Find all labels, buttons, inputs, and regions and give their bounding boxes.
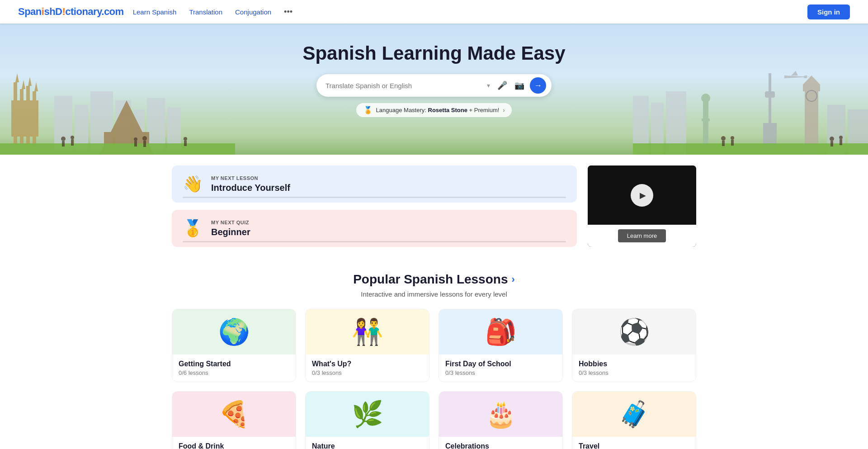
lesson-tile-title: Getting Started	[179, 360, 289, 368]
lesson-tile[interactable]: ⚽Hobbies0/3 lessons	[572, 309, 696, 382]
search-dropdown-button[interactable]: ▾	[485, 80, 492, 91]
promo-banner[interactable]: 🏅 Language Mastery: Rosetta Stone + Prem…	[356, 103, 512, 117]
lesson-progress-bar-container	[183, 197, 566, 198]
lesson-tile-info: Celebrations0/3 lessons	[439, 437, 562, 449]
lesson-tile-image: ⚽	[572, 309, 696, 354]
quiz-label: MY NEXT QUIZ	[211, 220, 250, 225]
camera-icon[interactable]: 📷	[513, 79, 526, 92]
navbar: SpanishD!ctionary.com Learn Spanish Tran…	[0, 0, 868, 24]
lesson-icon: 👋	[183, 175, 203, 194]
svg-rect-35	[702, 118, 710, 121]
section-chevron-icon: ›	[511, 274, 514, 285]
lesson-tile-image: 🧳	[572, 392, 696, 437]
lesson-tile-info: First Day of School0/3 lessons	[439, 354, 562, 382]
microphone-icon[interactable]: 🎤	[495, 79, 509, 92]
lesson-tile-title: What's Up?	[312, 360, 423, 368]
lesson-tile-image: 🎂	[439, 392, 562, 437]
lesson-tile-sub: 0/3 lessons	[312, 369, 423, 376]
lesson-tile-image: 👫	[306, 309, 429, 354]
lesson-tile-title: Celebrations	[445, 442, 556, 449]
lesson-tile[interactable]: 👫What's Up?0/3 lessons	[305, 309, 429, 382]
nav-learn-spanish[interactable]: Learn Spanish	[133, 8, 177, 16]
svg-point-52	[839, 136, 843, 139]
lesson-tile-image: 🍕	[172, 392, 296, 437]
search-go-button[interactable]: →	[530, 77, 546, 94]
quiz-card-text: MY NEXT QUIZ Beginner	[211, 220, 250, 237]
ad-footer: Learn more	[588, 225, 696, 247]
search-icon-group: ▾ 🎤 📷 →	[485, 77, 546, 94]
svg-point-25	[142, 136, 147, 141]
lesson-title: Introduce Yourself	[211, 183, 290, 193]
hero-section: Spanish Learning Made Easy ▾ 🎤 📷 → 🏅 Lan…	[0, 24, 868, 155]
svg-point-48	[731, 136, 734, 140]
search-input[interactable]	[326, 82, 485, 90]
hero-heading: Spanish Learning Made Easy	[0, 43, 868, 64]
hero-content: Spanish Learning Made Easy ▾ 🎤 📷 → 🏅 Lan…	[0, 24, 868, 117]
section-header: Popular Spanish Lessons ›	[172, 272, 696, 287]
nav-conjugation[interactable]: Conjugation	[235, 8, 271, 16]
lesson-tile[interactable]: 🧳Travel0/3 lessons	[572, 391, 696, 449]
svg-rect-45	[633, 143, 868, 155]
lesson-tile-title: First Day of School	[445, 360, 556, 368]
nav-links: Learn Spanish Translation Conjugation ••…	[133, 7, 292, 17]
quiz-title: Beginner	[211, 227, 250, 237]
lesson-tile-info: Hobbies0/3 lessons	[572, 354, 696, 382]
medal-icon: 🏅	[363, 106, 373, 114]
lesson-tile-image: 🎒	[439, 309, 562, 354]
lesson-tile-sub: 0/6 lessons	[179, 369, 289, 376]
play-button[interactable]	[631, 184, 653, 207]
svg-rect-49	[731, 140, 734, 146]
popular-lessons-section: Popular Spanish Lessons › Interactive an…	[163, 272, 705, 449]
lesson-tile-title: Travel	[579, 442, 689, 449]
svg-rect-26	[143, 141, 146, 147]
lesson-tile-info: What's Up?0/3 lessons	[306, 354, 429, 382]
learn-more-button[interactable]: Learn more	[618, 229, 666, 242]
svg-rect-20	[62, 141, 65, 147]
section-heading: Popular Spanish Lessons ›	[353, 272, 515, 287]
lesson-tile-info: Food & Drink0/3 lessons	[172, 437, 296, 449]
promo-text: Language Mastery: Rosetta Stone + Premiu…	[376, 107, 500, 113]
svg-point-19	[61, 137, 66, 141]
quiz-icon: 🥇	[183, 219, 203, 238]
lesson-tile-info: Nature0/3 lessons	[306, 437, 429, 449]
svg-rect-28	[184, 141, 187, 146]
nav-more-menu[interactable]: •••	[284, 7, 292, 17]
lesson-tile[interactable]: 🎒First Day of School0/3 lessons	[439, 309, 563, 382]
lesson-tile-image: 🌍	[172, 309, 296, 354]
next-lesson-card[interactable]: 👋 MY NEXT LESSON Introduce Yourself	[172, 165, 577, 203]
quiz-progress-bar-container	[183, 241, 566, 242]
svg-point-27	[184, 137, 187, 141]
lesson-tile-image: 🌿	[306, 392, 429, 437]
nav-translation[interactable]: Translation	[189, 8, 222, 16]
promo-chevron-icon: ›	[503, 107, 505, 113]
right-panel: Learn more	[588, 165, 696, 254]
lessons-grid: 🌍Getting Started0/6 lessons👫What's Up?0/…	[172, 309, 696, 449]
svg-point-21	[71, 136, 74, 139]
ad-video[interactable]	[588, 165, 696, 225]
svg-point-23	[134, 137, 137, 141]
lesson-tile-sub: 0/3 lessons	[579, 369, 689, 376]
sign-in-button[interactable]: Sign in	[807, 5, 850, 19]
lesson-tile[interactable]: 🎂Celebrations0/3 lessons	[439, 391, 563, 449]
svg-rect-18	[0, 143, 235, 155]
svg-rect-17	[104, 132, 149, 155]
svg-point-50	[830, 137, 834, 141]
lesson-tile-info: Travel0/3 lessons	[572, 437, 696, 449]
lesson-tile[interactable]: 🌿Nature0/3 lessons	[305, 391, 429, 449]
search-bar: ▾ 🎤 📷 →	[316, 74, 552, 97]
lesson-tile-sub: 0/3 lessons	[445, 369, 556, 376]
svg-rect-53	[840, 139, 842, 145]
lesson-tile-title: Hobbies	[579, 360, 689, 368]
main-content-area: 👋 MY NEXT LESSON Introduce Yourself 🥇 MY…	[163, 165, 705, 254]
svg-rect-22	[71, 139, 74, 146]
lesson-label: MY NEXT LESSON	[211, 175, 290, 181]
svg-rect-51	[830, 141, 833, 147]
svg-point-46	[721, 136, 726, 141]
svg-rect-38	[763, 123, 777, 150]
site-logo[interactable]: SpanishD!ctionary.com	[18, 6, 124, 18]
lesson-tile-title: Nature	[312, 442, 423, 449]
nav-left: SpanishD!ctionary.com Learn Spanish Tran…	[18, 6, 292, 18]
next-quiz-card[interactable]: 🥇 MY NEXT QUIZ Beginner	[172, 210, 577, 247]
lesson-tile[interactable]: 🍕Food & Drink0/3 lessons	[172, 391, 296, 449]
lesson-tile[interactable]: 🌍Getting Started0/6 lessons	[172, 309, 296, 382]
